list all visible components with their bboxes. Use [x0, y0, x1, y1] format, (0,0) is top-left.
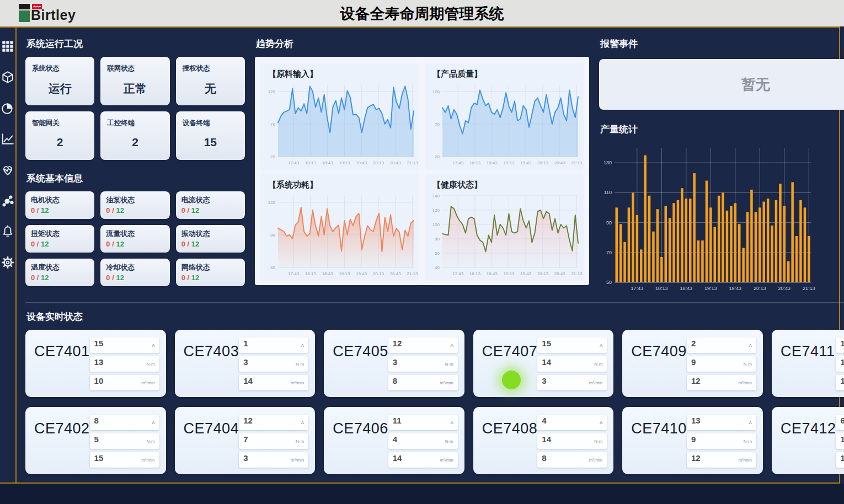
device-card-ce7407[interactable]: CE7407 15A 14N·m 3m³/min: [473, 330, 614, 397]
svg-text:120: 120: [432, 89, 440, 94]
device-metric-current: 12A: [388, 337, 458, 353]
svg-text:17:43: 17:43: [288, 271, 300, 276]
chart-title: 【健康状态】: [432, 180, 583, 190]
device-metric-torque: 14N·m: [537, 433, 607, 449]
device-metric-current: 15A: [90, 337, 159, 353]
info-card-temperature[interactable]: 温度状态 0 / 12: [25, 259, 94, 286]
device-card-ce7406[interactable]: CE7406 11A 4N·m 14m³/min: [324, 407, 464, 474]
device-metric-flow: 3m³/min: [537, 375, 607, 390]
svg-text:18:43: 18:43: [487, 160, 498, 165]
status-card-ipc-terminal[interactable]: 工控终端 2: [100, 111, 169, 160]
info-card-oil-pump[interactable]: 油泵状态 0 / 12: [100, 191, 169, 219]
status-card-gateway[interactable]: 智能网关 2: [25, 111, 94, 160]
device-card-ce7404[interactable]: CE7404 12A 7N·m 3m³/min: [175, 407, 316, 474]
svg-text:18:43: 18:43: [322, 160, 334, 165]
status-indicator-green: [502, 371, 521, 389]
svg-text:17:43: 17:43: [288, 160, 300, 165]
svg-text:19:13: 19:13: [704, 286, 717, 291]
device-metric-torque: 13N·m: [90, 356, 159, 372]
svg-text:18:43: 18:43: [680, 286, 693, 291]
trend-column: 趋势分析 【原料输入】 120702017:4318:1318:4319:131…: [255, 36, 589, 294]
info-card-cooling[interactable]: 冷却状态 0 / 12: [100, 259, 169, 286]
health-heart-icon[interactable]: [0, 162, 15, 178]
device-card-ce7405[interactable]: CE7405 12A 3N·m 8m³/min: [324, 330, 464, 397]
svg-text:90: 90: [270, 233, 275, 238]
device-card-ce7411[interactable]: CE7411 10A 15N·m 11m³/min: [772, 330, 844, 397]
device-card-ce7402[interactable]: CE7402 8A 5N·m 15m³/min: [25, 407, 166, 474]
top-header: Birtley 设备全寿命周期管理系统: [0, 0, 844, 26]
svg-text:120: 120: [268, 89, 276, 94]
device-metric-flow: 12m³/min: [687, 375, 756, 390]
svg-text:20:43: 20:43: [390, 160, 402, 165]
svg-text:20:13: 20:13: [373, 271, 384, 276]
pie-chart-icon[interactable]: [0, 100, 15, 116]
device-card-ce7410[interactable]: CE7410 13A 9N·m 12m³/min: [622, 407, 763, 474]
alarm-empty-text: 暂无: [741, 75, 770, 94]
info-card-current[interactable]: 电流状态 0 / 12: [176, 191, 245, 219]
system-column: 系统运行工况 系统状态 运行 联网状态 正常 授权状态 无: [25, 36, 245, 294]
device-metric-flow: 3m³/min: [239, 452, 308, 468]
svg-text:20: 20: [270, 154, 275, 159]
status-card-system[interactable]: 系统状态 运行: [25, 57, 94, 105]
device-metric-flow: 8m³/min: [537, 452, 607, 468]
svg-text:19:13: 19:13: [339, 271, 350, 276]
info-card-torque[interactable]: 扭矩状态 0 / 12: [25, 225, 94, 253]
product-quality-chart: 120702017:4318:1318:4319:1319:4320:1320:…: [428, 79, 583, 167]
device-name: CE7401: [34, 343, 90, 390]
device-card-ce7408[interactable]: CE7408 4A 14N·m 8m³/min: [473, 407, 614, 474]
device-card-ce7412[interactable]: CE7412 6A 15N·m 10m³/min: [772, 407, 844, 474]
device-metric-current: 11A: [388, 415, 458, 430]
svg-text:21:13: 21:13: [571, 271, 583, 276]
line-chart-icon[interactable]: [0, 131, 15, 147]
svg-text:110: 110: [604, 190, 612, 195]
device-card-ce7403[interactable]: CE7403 1A 3N·m 14m³/min: [175, 330, 316, 397]
system-status-grid: 系统状态 运行 联网状态 正常 授权状态 无 智能网关 2: [25, 57, 245, 160]
info-card-motor[interactable]: 电机状态 0 / 12: [25, 191, 94, 219]
svg-text:17:43: 17:43: [631, 286, 644, 291]
device-card-ce7401[interactable]: CE7401 15A 13N·m 10m³/min: [25, 330, 166, 397]
production-heading: 产量统计: [600, 123, 844, 136]
info-card-network-status[interactable]: 网络状态 0 / 12: [176, 259, 245, 286]
svg-text:18:13: 18:13: [469, 160, 481, 165]
device-name: CE7402: [34, 420, 90, 468]
system-info-grid: 电机状态 0 / 12 油泵状态 0 / 12 电流状态 0 / 12 扭矩状态…: [25, 191, 245, 286]
status-card-license[interactable]: 授权状态 无: [176, 57, 245, 105]
device-metric-torque: 9N·m: [687, 356, 756, 372]
svg-text:21:13: 21:13: [803, 286, 815, 291]
bottom-bar: [0, 484, 844, 504]
info-card-vibration[interactable]: 振动状态 0 / 12: [176, 225, 245, 253]
svg-text:20:13: 20:13: [537, 160, 549, 165]
chart-title: 【原料输入】: [268, 69, 418, 79]
device-metric-flow: 10m³/min: [836, 452, 844, 468]
svg-text:19:43: 19:43: [356, 271, 367, 276]
alarm-empty-card: 暂无: [599, 59, 844, 110]
trend-tile-health-status: 【健康状态】 14012010080604017:4318:1318:4319:…: [425, 174, 584, 281]
devices-grid: CE7401 15A 13N·m 10m³/min CE7403 1A 3N·m…: [25, 330, 844, 474]
molecule-icon[interactable]: [0, 193, 15, 208]
svg-text:19:13: 19:13: [339, 160, 350, 165]
cube-icon[interactable]: [0, 69, 15, 85]
device-metric-current: 15A: [537, 337, 607, 353]
svg-text:130: 130: [603, 160, 612, 165]
device-metric-current: 8A: [90, 415, 159, 430]
page-title: 设备全寿命周期管理系统: [0, 4, 844, 24]
svg-text:120: 120: [432, 208, 440, 213]
gear-icon[interactable]: [0, 255, 15, 270]
device-metric-flow: 12m³/min: [687, 452, 756, 468]
device-card-ce7409[interactable]: CE7409 2A 9N·m 12m³/min: [622, 330, 763, 397]
trend-tile-product-quality: 【产品质量】 120702017:4318:1318:4319:1319:432…: [425, 63, 584, 170]
svg-text:21:13: 21:13: [407, 271, 418, 276]
bell-icon[interactable]: [0, 224, 15, 239]
apps-grid-icon[interactable]: [0, 39, 15, 54]
device-metric-current: 4A: [537, 415, 607, 430]
status-card-device-terminal[interactable]: 设备终端 15: [176, 111, 245, 160]
system-info-heading: 系统基本信息: [26, 172, 245, 185]
svg-text:50: 50: [606, 280, 612, 285]
status-card-network[interactable]: 联网状态 正常: [100, 57, 169, 105]
device-name: CE7412: [781, 420, 836, 468]
device-metric-flow: 15m³/min: [90, 452, 159, 468]
svg-text:20:13: 20:13: [754, 286, 766, 291]
svg-text:80: 80: [435, 237, 440, 242]
info-card-flow[interactable]: 流量状态 0 / 12: [100, 225, 169, 253]
svg-text:19:13: 19:13: [503, 160, 515, 165]
